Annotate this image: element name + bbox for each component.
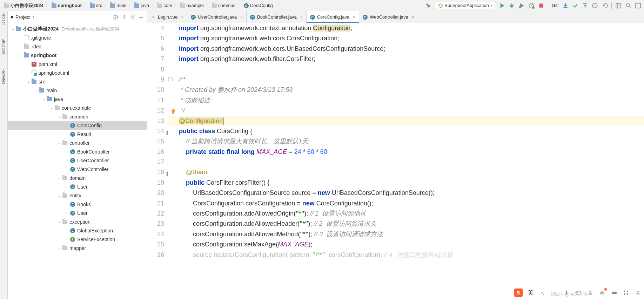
expand-icon[interactable] <box>635 2 641 9</box>
emoji-icon[interactable]: ☺ <box>551 289 558 297</box>
close-icon[interactable]: × <box>181 15 183 20</box>
code-line[interactable]: UrlBasedCorsConfigurationSource source =… <box>168 188 644 198</box>
tree-arrow[interactable]: › <box>65 202 69 206</box>
tree-arrow[interactable]: ⌄ <box>26 80 31 83</box>
tree-arrow[interactable]: ⌄ <box>11 27 15 31</box>
gutter[interactable]: 4567891011121314151617181920212223242526 <box>147 23 168 299</box>
profile-icon[interactable] <box>528 2 535 9</box>
settings-icon[interactable] <box>634 289 642 297</box>
tree-item[interactable]: ⌄main <box>8 86 147 95</box>
gutter-line[interactable]: 26 <box>147 250 164 260</box>
tree-arrow[interactable]: › <box>65 123 69 127</box>
git-commit-icon[interactable] <box>572 2 578 9</box>
gutter-line[interactable]: 13 <box>147 116 164 126</box>
gutter-line[interactable]: 15 <box>147 136 164 147</box>
code-line[interactable]: corsConfiguration.setMaxAge(MAX_AGE); <box>168 239 644 250</box>
side-tab-project[interactable]: Project <box>2 13 6 25</box>
tree-item[interactable]: .gitignore <box>8 33 147 42</box>
gutter-line[interactable]: 18 <box>147 167 164 177</box>
gutter-line[interactable]: 22 <box>147 209 164 219</box>
close-icon[interactable]: × <box>240 15 243 20</box>
code-line[interactable]: source registerCorsConfiguration( patter… <box>168 250 644 260</box>
code-line[interactable] <box>168 64 644 75</box>
tree-item[interactable]: ⌄entity <box>8 191 147 200</box>
tree-arrow[interactable]: › <box>65 211 69 215</box>
tree-item[interactable]: ⌄springboot <box>8 51 147 60</box>
close-icon[interactable]: × <box>353 15 355 20</box>
tree-item[interactable]: mpom.xml <box>8 60 147 68</box>
gamepad-icon[interactable] <box>610 289 618 297</box>
tree-item[interactable]: ›IServiceException <box>8 235 147 244</box>
gutter-line[interactable]: 20 <box>147 188 164 198</box>
code-line[interactable]: // 当前跨域请求最大有效时长。这里默认1天 <box>168 136 644 147</box>
tree-item[interactable]: ›CUserController <box>8 156 147 165</box>
grid-icon[interactable] <box>622 289 630 297</box>
gutter-line[interactable]: 9 <box>147 75 164 85</box>
tree-item[interactable]: ›CResult <box>8 130 147 138</box>
tree-item[interactable]: ⌄exception <box>8 217 147 226</box>
gutter-line[interactable]: 12 <box>147 106 164 116</box>
tree-item[interactable]: ⌄src <box>8 77 147 86</box>
code-line[interactable]: import org.springframework.web.cors.UrlB… <box>168 44 644 54</box>
editor-tab[interactable]: CUserController.java× <box>187 11 247 23</box>
gutter-line[interactable]: 17 <box>147 157 164 167</box>
tree-item[interactable]: ›CUser <box>8 182 147 191</box>
editor-body[interactable]: 4567891011121314151617181920212223242526… <box>147 23 644 299</box>
gutter-line[interactable]: 10 <box>147 85 164 95</box>
code-line[interactable]: public class CorsConfig { <box>168 126 644 136</box>
tree-item[interactable]: ›CBookController <box>8 147 147 156</box>
tree-arrow[interactable]: ⌄ <box>57 246 62 250</box>
tree-arrow[interactable]: › <box>18 45 23 48</box>
code-line[interactable]: public CorsFilter corsFilter() { <box>168 178 644 188</box>
breadcrumb-folder[interactable]: example <box>179 3 205 8</box>
tree-item[interactable]: ⌄domain <box>8 174 147 182</box>
tree-arrow[interactable]: ⌄ <box>57 193 62 197</box>
gutter-line[interactable]: 21 <box>147 198 164 209</box>
run-configuration-select[interactable]: SpringbootApplication ▾ <box>435 2 495 9</box>
gutter-line[interactable]: 14 <box>147 126 164 136</box>
tree-arrow[interactable]: › <box>65 237 69 241</box>
code-line[interactable]: corsConfiguration.addAllowedOrigin("*");… <box>168 209 644 219</box>
breadcrumb-folder[interactable]: java <box>133 3 150 8</box>
toolbox-icon[interactable] <box>598 289 606 297</box>
editor-tab[interactable]: CWebController.java× <box>359 11 418 23</box>
mic-icon[interactable] <box>563 289 570 297</box>
breadcrumb-module[interactable]: springboot <box>50 3 83 8</box>
tree-arrow[interactable]: ⌄ <box>57 141 62 145</box>
gutter-line[interactable]: 5 <box>147 33 164 43</box>
tree-arrow[interactable]: ⌄ <box>41 97 46 101</box>
code-line[interactable]: import org.springframework.web.cors.Cors… <box>168 33 644 43</box>
run-icon[interactable] <box>499 2 505 9</box>
code-line[interactable]: import org.springframework.web.filter.Co… <box>168 54 644 64</box>
code-line[interactable]: * 功能描述: <box>168 95 644 106</box>
side-tab-favorites[interactable]: Favorites <box>2 68 6 84</box>
user-icon[interactable] <box>586 289 594 297</box>
code-line[interactable]: −/** <box>168 75 644 85</box>
ime-lang[interactable]: 英 <box>527 289 535 297</box>
tree-arrow[interactable]: ⌄ <box>49 106 54 110</box>
tree-item[interactable]: ⌄common <box>8 112 147 121</box>
stop-icon[interactable] <box>538 2 544 9</box>
breadcrumb-root[interactable]: 小白做毕设2024 <box>3 2 45 9</box>
tree-item[interactable]: ›CWebController <box>8 165 147 174</box>
gutter-line[interactable]: 23 <box>147 219 164 229</box>
tree-item[interactable]: ›CCorsConfig <box>8 121 147 130</box>
fold-icon[interactable]: − <box>168 77 173 81</box>
code-line[interactable]: * Created by 姜水桦 on 2024/3/13 17:53 <box>168 85 644 95</box>
git-pull-icon[interactable] <box>562 2 569 9</box>
tree-item[interactable]: springboot.iml <box>8 68 147 77</box>
tree-arrow[interactable]: › <box>65 167 69 171</box>
sogou-icon[interactable]: S <box>514 288 523 297</box>
gear-icon[interactable] <box>129 14 136 20</box>
tree-arrow[interactable]: › <box>65 132 69 136</box>
tree-item[interactable]: ⌄小白做毕设2024D:\webpack\小白做毕设2024 <box>8 25 147 33</box>
breadcrumb-folder[interactable]: main <box>109 3 128 8</box>
intention-bulb-icon[interactable] <box>170 107 177 114</box>
tree-arrow[interactable]: ⌄ <box>18 53 23 57</box>
tree-item[interactable]: ›CBooks <box>8 200 147 209</box>
keyboard-icon[interactable] <box>575 289 582 297</box>
tree-arrow[interactable]: ⌄ <box>57 115 62 118</box>
code-line[interactable]: */ <box>168 106 644 116</box>
gutter-line[interactable]: 7 <box>147 54 164 64</box>
breadcrumb-class[interactable]: CCorsConfig <box>242 3 274 8</box>
